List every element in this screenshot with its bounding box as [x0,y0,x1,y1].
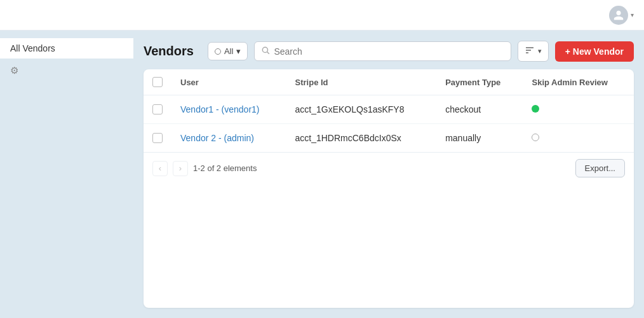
avatar [609,6,628,25]
header-row: Vendors All ▾ [144,41,634,62]
payment-type-cell: manually [436,124,523,153]
skip-admin-review-cell [523,124,634,153]
select-all-header [144,69,171,95]
page-info: 1-2 of 2 elements [193,163,257,173]
page-title: Vendors [144,44,194,59]
content-area: Vendors All ▾ [133,31,644,318]
svg-point-0 [263,47,268,52]
row-checkbox[interactable] [152,133,163,143]
filter-circle-icon [215,48,221,55]
skip-admin-review-cell [523,95,634,124]
pagination: ‹ › 1-2 of 2 elements [152,161,257,176]
column-user: User [171,69,286,95]
stripe-id-cell: acct_1GxEKOLQs1asKFY8 [286,95,437,124]
search-box [254,41,511,61]
sort-chevron: ▾ [538,47,542,55]
sidebar-item-all-vendors[interactable]: All Vendors [0,38,133,59]
search-icon [261,46,270,57]
vendor-link[interactable]: Vendor 2 - (admin) [180,133,254,143]
sort-button[interactable]: ▾ [518,41,549,62]
select-all-checkbox[interactable] [152,77,163,87]
column-payment-type: Payment Type [436,69,523,95]
search-input[interactable] [274,46,504,57]
prev-page-button[interactable]: ‹ [152,161,168,176]
table-row: Vendor 2 - (admin)acct_1HDRmcC6BdcIx0Sxm… [144,124,634,153]
user-menu-chevron: ▾ [631,11,634,18]
export-button[interactable]: Export... [575,159,625,177]
sort-icon [525,45,535,57]
svg-line-1 [267,52,269,54]
column-stripe-id: Stripe Id [286,69,437,95]
main-layout: All Vendors ⚙ Vendors All ▾ [0,31,644,318]
vendors-table: User Stripe Id Payment Type Skip Admin R… [144,69,634,152]
table-row: Vendor1 - (vendor1)acct_1GxEKOLQs1asKFY8… [144,95,634,124]
next-page-button[interactable]: › [173,161,188,176]
sidebar-settings-icon[interactable]: ⚙ [0,59,133,83]
skip-admin-review-green-icon [532,105,539,113]
sidebar: All Vendors ⚙ [0,31,133,318]
payment-type-cell: checkout [436,95,523,124]
skip-admin-review-empty-icon [532,134,539,141]
vendor-link[interactable]: Vendor1 - (vendor1) [180,104,260,114]
top-navigation: ▾ [0,0,644,31]
stripe-id-cell: acct_1HDRmcC6BdcIx0Sx [286,124,437,153]
table-header-row: User Stripe Id Payment Type Skip Admin R… [144,69,634,95]
vendors-table-card: User Stripe Id Payment Type Skip Admin R… [144,69,634,308]
new-vendor-button[interactable]: + New Vendor [555,41,634,62]
column-skip-admin-review: Skip Admin Review [523,69,634,95]
table-footer: ‹ › 1-2 of 2 elements Export... [144,152,634,184]
row-checkbox[interactable] [152,104,163,114]
filter-all-button[interactable]: All ▾ [208,42,248,60]
user-menu[interactable]: ▾ [609,6,634,25]
